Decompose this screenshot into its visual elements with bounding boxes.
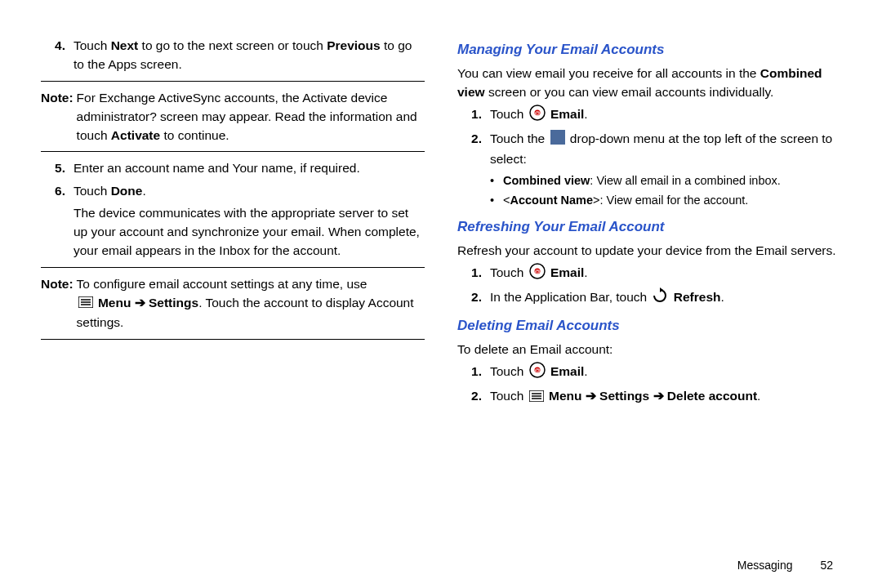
menu-icon xyxy=(529,388,544,407)
step-number: 1. xyxy=(457,263,490,284)
divider xyxy=(41,339,425,340)
footer-section: Messaging xyxy=(737,559,793,572)
bullet-list: • Combined view: View all email in a com… xyxy=(490,172,841,211)
para-refreshing: Refresh your account to update your devi… xyxy=(457,241,841,260)
svg-text:@: @ xyxy=(534,110,540,116)
bullet-account: • <Account Name>: View email for the acc… xyxy=(490,192,841,210)
step-body: Touch @ Email. xyxy=(490,263,841,284)
page-footer: Messaging 52 xyxy=(737,559,833,572)
svg-text:@: @ xyxy=(534,368,540,373)
refresh-step-1: 1. Touch @ Email. xyxy=(457,263,841,284)
refresh-step-2: 2. In the Application Bar, touch Refresh… xyxy=(457,287,841,309)
right-column: Managing Your Email Accounts You can vie… xyxy=(441,33,841,547)
step-number: 1. xyxy=(457,105,490,126)
divider xyxy=(41,81,425,82)
footer-page-number: 52 xyxy=(820,559,833,572)
step-4: 4. Touch Next to go to the next screen o… xyxy=(41,36,425,74)
step-body: Touch Menu ➔ Settings ➔ Delete account. xyxy=(490,386,841,407)
step-number: 2. xyxy=(457,129,490,168)
managing-step-1: 1. Touch @ Email. xyxy=(457,105,841,126)
svg-marker-11 xyxy=(660,287,663,292)
note-2: Note: To configure email account setting… xyxy=(41,274,425,332)
para-deleting: To delete an Email account: xyxy=(457,340,841,359)
menu-icon xyxy=(78,294,93,313)
manual-page: 4. Touch Next to go to the next screen o… xyxy=(0,0,882,572)
managing-step-2: 2. Touch the drop-down menu at the top l… xyxy=(457,129,841,168)
step-body: Touch Next to go to the next screen or t… xyxy=(74,36,425,74)
email-app-icon: @ xyxy=(529,362,546,383)
delete-step-2: 2. Touch Menu ➔ Settings ➔ Delete accoun… xyxy=(457,386,841,407)
note-body: To configure email account settings at a… xyxy=(77,274,425,332)
step-body: Touch @ Email. xyxy=(490,105,841,126)
email-app-icon: @ xyxy=(529,105,546,126)
note-label: Note: xyxy=(41,88,77,145)
step-number: 2. xyxy=(457,287,490,309)
para-managing: You can view email you receive for all a… xyxy=(457,64,841,102)
heading-refreshing: Refreshing Your Email Account xyxy=(457,216,841,238)
step-body: Touch Done. The device communicates with… xyxy=(74,181,425,261)
dropdown-icon xyxy=(550,130,565,149)
divider xyxy=(41,151,425,152)
step-number: 6. xyxy=(41,181,74,261)
email-app-icon: @ xyxy=(529,263,546,284)
divider xyxy=(41,267,425,268)
note-label: Note: xyxy=(41,274,77,332)
step-number: 1. xyxy=(457,362,490,383)
step-number: 5. xyxy=(41,158,74,177)
step-body: Touch the drop-down menu at the top left… xyxy=(490,129,841,168)
svg-text:@: @ xyxy=(534,269,540,274)
step-body: Touch @ Email. xyxy=(490,362,841,383)
step-6: 6. Touch Done. The device communicates w… xyxy=(41,181,425,261)
note-body: For Exchange ActiveSync accounts, the Ac… xyxy=(77,88,425,145)
step-5: 5. Enter an account name and Your name, … xyxy=(41,158,425,177)
refresh-icon xyxy=(652,287,668,309)
bullet-combined: • Combined view: View all email in a com… xyxy=(490,172,841,190)
heading-deleting: Deleting Email Accounts xyxy=(457,315,841,336)
step-number: 4. xyxy=(41,36,74,74)
note-1: Note: For Exchange ActiveSync accounts, … xyxy=(41,88,425,145)
svg-rect-7 xyxy=(550,130,565,145)
step-body: Enter an account name and Your name, if … xyxy=(74,158,425,177)
left-column: 4. Touch Next to go to the next screen o… xyxy=(41,33,441,547)
step-body: In the Application Bar, touch Refresh. xyxy=(490,287,841,309)
delete-step-1: 1. Touch @ Email. xyxy=(457,362,841,383)
step-continuation: The device communicates with the appropr… xyxy=(74,203,425,261)
step-number: 2. xyxy=(457,386,490,407)
heading-managing: Managing Your Email Accounts xyxy=(457,39,841,60)
